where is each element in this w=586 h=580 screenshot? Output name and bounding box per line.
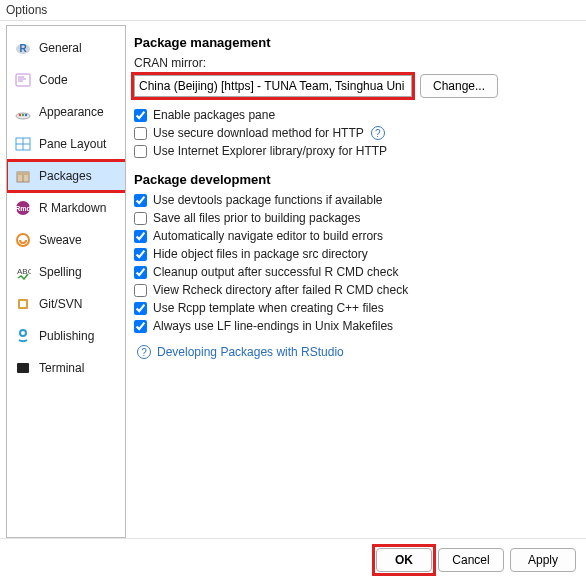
sidebar-item-label: General <box>39 41 82 55</box>
svg-text:Rmd: Rmd <box>15 205 31 212</box>
use-devtools-checkbox[interactable]: Use devtools package functions if availa… <box>134 193 576 207</box>
secure-download-checkbox[interactable]: Use secure download method for HTTP ? <box>134 126 576 140</box>
sidebar-item-appearance[interactable]: Appearance <box>7 96 125 128</box>
svg-point-5 <box>22 114 24 116</box>
sidebar-item-label: Publishing <box>39 329 94 343</box>
checkbox-label: Hide object files in package src directo… <box>153 247 368 261</box>
checkbox-label: Save all files prior to building package… <box>153 211 360 225</box>
svg-point-19 <box>20 330 26 336</box>
sidebar-item-label: Sweave <box>39 233 82 247</box>
pkg-management-heading: Package management <box>134 35 576 50</box>
cran-mirror-input[interactable] <box>134 75 412 97</box>
rmd-icon: Rmd <box>15 200 31 216</box>
checkbox-input[interactable] <box>134 127 147 140</box>
cancel-button[interactable]: Cancel <box>438 548 504 572</box>
sidebar-item-spelling[interactable]: ABC Spelling <box>7 256 125 288</box>
help-icon[interactable]: ? <box>371 126 385 140</box>
git-icon <box>15 296 31 312</box>
save-before-build-checkbox[interactable]: Save all files prior to building package… <box>134 211 576 225</box>
sidebar-item-pane-layout[interactable]: Pane Layout <box>7 128 125 160</box>
apply-button[interactable]: Apply <box>510 548 576 572</box>
r-logo-icon: R <box>15 40 31 56</box>
package-icon <box>15 168 31 184</box>
sidebar-item-label: Spelling <box>39 265 82 279</box>
terminal-icon <box>15 360 31 376</box>
options-dialog: Options R General Code Appearance <box>0 0 586 580</box>
cran-mirror-highlight <box>134 75 412 97</box>
checkbox-label: Automatically navigate editor to build e… <box>153 229 383 243</box>
sidebar-item-rmarkdown[interactable]: Rmd R Markdown <box>7 192 125 224</box>
sidebar-item-packages[interactable]: Packages <box>7 160 125 192</box>
sidebar: R General Code Appearance P <box>6 25 126 538</box>
pkg-development-heading: Package development <box>134 172 576 187</box>
checkbox-input[interactable] <box>134 302 147 315</box>
sidebar-item-label: Code <box>39 73 68 87</box>
svg-text:ABC: ABC <box>17 267 31 276</box>
help-icon[interactable]: ? <box>137 345 151 359</box>
ok-button-highlight: OK <box>376 548 432 572</box>
use-rcpp-template-checkbox[interactable]: Use Rcpp template when creating C++ file… <box>134 301 576 315</box>
sidebar-item-general[interactable]: R General <box>7 32 125 64</box>
enable-packages-pane-checkbox[interactable]: Enable packages pane <box>134 108 576 122</box>
checkbox-label: View Rcheck directory after failed R CMD… <box>153 283 408 297</box>
sidebar-item-label: Packages <box>39 169 92 183</box>
sidebar-item-label: R Markdown <box>39 201 106 215</box>
cran-mirror-row: Change... <box>134 74 576 98</box>
sidebar-item-code[interactable]: Code <box>7 64 125 96</box>
checkbox-label: Enable packages pane <box>153 108 275 122</box>
checkbox-label: Always use LF line-endings in Unix Makef… <box>153 319 393 333</box>
checkbox-input[interactable] <box>134 266 147 279</box>
checkbox-input[interactable] <box>134 212 147 225</box>
palette-icon <box>15 104 31 120</box>
svg-text:R: R <box>19 43 27 54</box>
view-rcheck-dir-checkbox[interactable]: View Rcheck directory after failed R CMD… <box>134 283 576 297</box>
ie-proxy-checkbox[interactable]: Use Internet Explorer library/proxy for … <box>134 144 576 158</box>
sweave-icon <box>15 232 31 248</box>
svg-rect-12 <box>17 172 29 175</box>
sidebar-item-terminal[interactable]: Terminal <box>7 352 125 384</box>
lf-line-endings-checkbox[interactable]: Always use LF line-endings in Unix Makef… <box>134 319 576 333</box>
code-icon <box>15 72 31 88</box>
cleanup-output-checkbox[interactable]: Cleanup output after successful R CMD ch… <box>134 265 576 279</box>
checkbox-label: Use secure download method for HTTP <box>153 126 364 140</box>
sidebar-item-label: Appearance <box>39 105 104 119</box>
checkbox-label: Use devtools package functions if availa… <box>153 193 382 207</box>
svg-point-15 <box>17 234 29 246</box>
publish-icon <box>15 328 31 344</box>
checkbox-label: Use Rcpp template when creating C++ file… <box>153 301 384 315</box>
developing-packages-link[interactable]: Developing Packages with RStudio <box>157 345 344 359</box>
svg-point-6 <box>25 114 27 116</box>
sidebar-item-label: Terminal <box>39 361 84 375</box>
checkbox-label: Cleanup output after successful R CMD ch… <box>153 265 398 279</box>
svg-point-4 <box>19 114 21 116</box>
sidebar-item-label: Git/SVN <box>39 297 82 311</box>
checkbox-input[interactable] <box>134 145 147 158</box>
window-title: Options <box>0 0 586 21</box>
change-mirror-button[interactable]: Change... <box>420 74 498 98</box>
sidebar-item-label: Pane Layout <box>39 137 106 151</box>
dialog-body: R General Code Appearance P <box>0 21 586 538</box>
spelling-icon: ABC <box>15 264 31 280</box>
checkbox-label: Use Internet Explorer library/proxy for … <box>153 144 387 158</box>
checkbox-input[interactable] <box>134 284 147 297</box>
checkbox-input[interactable] <box>134 194 147 207</box>
auto-navigate-errors-checkbox[interactable]: Automatically navigate editor to build e… <box>134 229 576 243</box>
sidebar-item-sweave[interactable]: Sweave <box>7 224 125 256</box>
dialog-footer: OK Cancel Apply <box>0 538 586 580</box>
sidebar-item-publishing[interactable]: Publishing <box>7 320 125 352</box>
hide-object-files-checkbox[interactable]: Hide object files in package src directo… <box>134 247 576 261</box>
svg-rect-20 <box>17 363 29 373</box>
panes-icon <box>15 136 31 152</box>
cran-mirror-label: CRAN mirror: <box>134 56 576 70</box>
svg-rect-18 <box>20 301 26 307</box>
dev-link-row: ? Developing Packages with RStudio <box>134 345 576 359</box>
checkbox-input[interactable] <box>134 248 147 261</box>
checkbox-input[interactable] <box>134 230 147 243</box>
sidebar-item-git-svn[interactable]: Git/SVN <box>7 288 125 320</box>
ok-button[interactable]: OK <box>376 548 432 572</box>
content-panel: Package management CRAN mirror: Change..… <box>134 25 580 538</box>
checkbox-input[interactable] <box>134 320 147 333</box>
checkbox-input[interactable] <box>134 109 147 122</box>
svg-rect-2 <box>16 74 30 86</box>
